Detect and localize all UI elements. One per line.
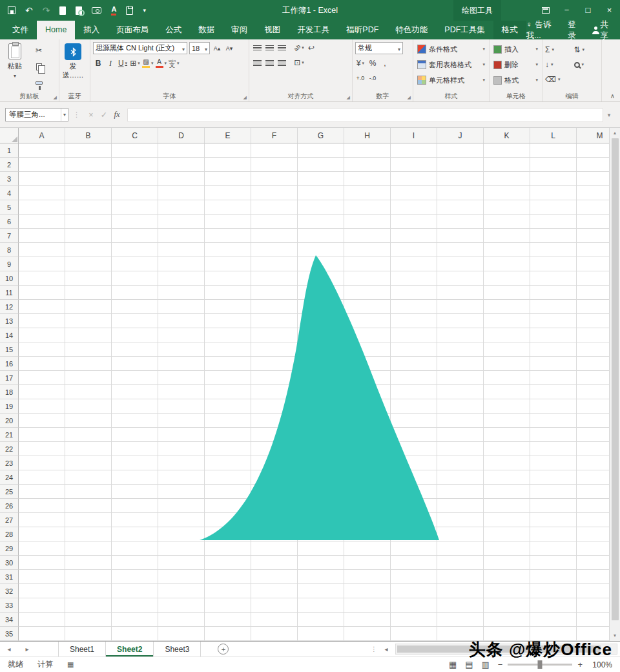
sign-in-button[interactable]: 登录 <box>568 19 579 41</box>
clear-button[interactable]: ⌫ <box>545 73 570 86</box>
decrease-decimal-button[interactable]: -.0 <box>367 72 378 84</box>
status-calculate[interactable]: 计算 <box>37 659 53 670</box>
font-name-combo[interactable]: 思源黑体 CN Light (正文) <box>93 42 187 54</box>
vertical-scroll-thumb[interactable] <box>612 138 619 620</box>
cells-item-2[interactable]: 格式 <box>492 73 539 87</box>
column-header-A[interactable]: A <box>19 128 65 143</box>
tab-福昕PDF[interactable]: 福昕PDF <box>338 21 387 39</box>
align-middle-button[interactable] <box>264 42 274 54</box>
column-header-D[interactable]: D <box>158 128 205 143</box>
qat-customize-icon[interactable]: ▾ <box>143 8 146 14</box>
styles-item-1[interactable]: 套用表格格式 <box>416 58 486 72</box>
tab-数据[interactable]: 数据 <box>190 21 223 39</box>
format-painter-button[interactable] <box>34 77 44 89</box>
paste-button[interactable]: 粘贴 <box>3 42 27 79</box>
expand-formula-bar-icon[interactable]: ▾ <box>603 112 615 118</box>
font-color-quick-icon[interactable]: A <box>111 6 116 16</box>
select-all-corner[interactable] <box>0 128 19 143</box>
align-top-button[interactable] <box>252 42 262 54</box>
page-break-view-icon[interactable]: ▥ <box>482 660 490 669</box>
font-dialog-launcher[interactable]: ◢ <box>243 95 247 100</box>
column-header-L[interactable]: L <box>530 128 577 143</box>
undo-icon[interactable]: ↶ <box>25 6 33 15</box>
styles-item-2[interactable]: 单元格样式 <box>416 73 486 87</box>
bold-button[interactable]: B <box>93 58 103 69</box>
enter-button[interactable]: ✓ <box>98 110 110 120</box>
align-right-button[interactable] <box>276 57 287 68</box>
tab-格式[interactable]: 格式 <box>493 21 526 39</box>
tab-splitter-handle[interactable]: ⋮ <box>371 642 377 656</box>
align-left-button[interactable] <box>252 57 262 68</box>
maximize-icon[interactable]: □ <box>577 0 599 21</box>
column-header-H[interactable]: H <box>344 128 391 143</box>
page-layout-view-icon[interactable]: ▤ <box>465 660 473 669</box>
sheet-nav-left-icon[interactable]: ◂ <box>0 642 18 656</box>
new-document-icon[interactable] <box>59 6 66 15</box>
column-header-F[interactable]: F <box>251 128 298 143</box>
alignment-dialog-launcher[interactable]: ◢ <box>347 95 350 100</box>
percent-style-button[interactable]: % <box>367 58 378 69</box>
column-header-J[interactable]: J <box>437 128 484 143</box>
tab-审阅[interactable]: 审阅 <box>223 21 256 39</box>
zoom-in-icon[interactable]: + <box>577 660 583 669</box>
column-header-K[interactable]: K <box>484 128 530 143</box>
new-sheet-button[interactable]: + <box>218 644 229 655</box>
column-header-B[interactable]: B <box>65 128 112 143</box>
comma-style-button[interactable]: , <box>380 58 390 69</box>
scroll-down-icon[interactable]: ▾ <box>614 631 616 641</box>
cut-button[interactable]: ✂ <box>34 45 44 56</box>
column-header-G[interactable]: G <box>298 128 344 143</box>
autosum-button[interactable]: Σ <box>545 43 570 56</box>
insert-function-button[interactable]: fx <box>110 110 123 120</box>
vertical-scrollbar[interactable]: ▴ ▾ <box>609 128 620 641</box>
macro-record-icon[interactable]: ▦ <box>67 660 74 669</box>
paste-quick-icon[interactable] <box>126 6 133 15</box>
collapse-ribbon-icon[interactable]: ∧ <box>610 92 615 100</box>
ribbon-display-options-icon[interactable] <box>535 0 556 21</box>
sheet-tab-Sheet1[interactable]: Sheet1 <box>58 642 106 656</box>
zoom-slider[interactable] <box>508 664 572 666</box>
column-header-M[interactable]: M <box>577 128 609 143</box>
tab-页面布局[interactable]: 页面布局 <box>108 21 157 39</box>
align-center-button[interactable] <box>264 57 274 68</box>
accounting-format-button[interactable]: ¥ <box>355 58 366 69</box>
borders-button[interactable]: ⊞ <box>130 58 140 69</box>
sheet-tab-Sheet2[interactable]: Sheet2 <box>106 642 154 656</box>
column-header-E[interactable]: E <box>205 128 251 143</box>
increase-decimal-button[interactable]: +.0 <box>355 72 366 84</box>
align-bottom-button[interactable] <box>276 42 287 54</box>
copy-button[interactable] <box>34 61 44 72</box>
zoom-level[interactable]: 100% <box>588 660 612 669</box>
sheet-nav-right-icon[interactable]: ▸ <box>18 642 36 656</box>
camera-icon[interactable] <box>92 7 101 14</box>
styles-item-0[interactable]: 条件格式 <box>416 42 486 56</box>
normal-view-icon[interactable]: ▦ <box>449 660 457 669</box>
number-format-combo[interactable]: 常规 <box>355 42 403 54</box>
bluetooth-send-button[interactable]: 发送…… <box>62 42 84 80</box>
tab-视图[interactable]: 视图 <box>256 21 289 39</box>
chevron-down-icon[interactable]: ▾ <box>61 109 68 121</box>
decrease-font-button[interactable]: A▾ <box>224 43 234 54</box>
tab-公式[interactable]: 公式 <box>157 21 190 39</box>
italic-button[interactable]: I <box>105 58 116 69</box>
font-size-combo[interactable]: 18 <box>189 42 210 54</box>
print-preview-icon[interactable] <box>76 6 82 15</box>
cells-item-1[interactable]: 删除 <box>492 58 539 72</box>
merge-center-button[interactable]: ⊡ <box>294 57 304 68</box>
tab-特色功能[interactable]: 特色功能 <box>387 21 436 39</box>
zoom-out-icon[interactable]: − <box>498 660 503 669</box>
tell-me-button[interactable]: ♀告诉我... <box>526 19 555 41</box>
column-header-I[interactable]: I <box>391 128 437 143</box>
scroll-up-icon[interactable]: ▴ <box>614 128 616 138</box>
font-color-button[interactable]: A <box>156 58 167 69</box>
share-button[interactable]: 共享 <box>592 19 611 41</box>
close-icon[interactable]: × <box>599 0 620 21</box>
phonetic-button[interactable]: wén文 <box>169 58 180 69</box>
fill-button[interactable]: ↓ <box>545 58 570 71</box>
drawn-shape[interactable] <box>200 255 439 540</box>
sort-filter-button[interactable]: ⇅ <box>574 43 599 56</box>
underline-button[interactable]: U <box>118 58 128 69</box>
name-box[interactable]: 等腰三角...▾ <box>5 108 68 121</box>
fill-color-button[interactable]: ▨ <box>142 58 154 69</box>
sheet-tab-Sheet3[interactable]: Sheet3 <box>154 642 201 656</box>
